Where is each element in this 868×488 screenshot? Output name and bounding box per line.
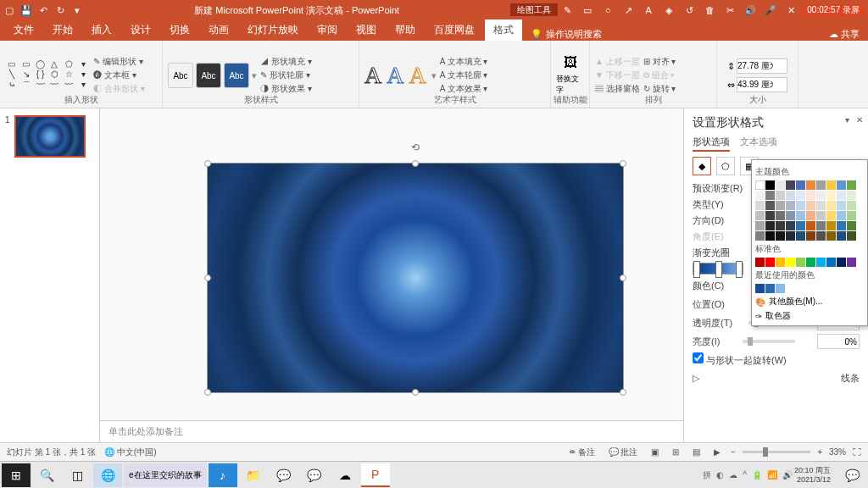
shape-fill-button[interactable]: ◢ 形状填充 ▾ [260,56,312,68]
slide-thumb-1[interactable] [14,115,86,158]
autosave-icon[interactable]: ▢ [3,4,15,16]
tab-review[interactable]: 审阅 [309,19,346,41]
annot-circle-icon[interactable]: ○ [598,2,617,19]
start-button[interactable]: ⊞ [2,463,31,487]
send-backward-button[interactable]: ▼ 下移一层 [595,69,640,81]
fit-to-window-icon[interactable]: ⛶ [853,447,861,457]
slide-canvas[interactable]: ⟲ 单击此处添加备注 [100,108,683,442]
annot-arrow-icon[interactable]: ↗ [619,2,637,19]
rotation-handle-icon[interactable]: ⟲ [411,141,420,153]
resize-handle-sw[interactable] [204,389,211,396]
recording-timer[interactable]: 00:02:57 录屏 [802,4,865,16]
height-input[interactable] [737,58,787,74]
effects-icon[interactable]: ⬠ [716,157,735,175]
wordart-gallery[interactable]: AAA▾ [364,62,437,89]
taskbar-app-browser[interactable]: 🌐 [93,463,122,487]
qat-more-icon[interactable]: ▾ [71,4,83,16]
tab-format[interactable]: 格式 [485,19,522,41]
notes-toggle[interactable]: ≐ 备注 [565,446,598,458]
notification-icon[interactable]: 💬 [837,463,866,487]
tray-icon-1[interactable]: ◐ [716,470,724,480]
annot-pen-icon[interactable]: ✎ [558,2,576,19]
annot-eraser-icon[interactable]: ◈ [659,2,678,19]
shape-options-tab[interactable]: 形状选项 [693,136,730,152]
resize-handle-e[interactable] [620,274,626,281]
shape-effects-button[interactable]: ◑ 形状效果 ▾ [260,83,312,95]
brightness-slider[interactable] [743,340,795,343]
annot-back-icon[interactable]: ↺ [680,2,698,19]
system-tray[interactable]: 拼 ◐ ☁ ^ 🔋 📶 🔊 [703,469,793,481]
rotate-with-shape-checkbox[interactable]: 与形状一起旋转(W) [693,352,787,367]
share-button[interactable]: ☁ 共享 [829,28,868,41]
text-box-button[interactable]: 🅐 文本框 ▾ [93,69,145,81]
tray-up-icon[interactable]: ^ [743,470,747,480]
resize-handle-se[interactable] [620,389,626,396]
selection-pane-button[interactable]: ▤ 选择窗格 [595,83,640,95]
save-icon[interactable]: 💾 [20,4,32,16]
pane-close-icon[interactable]: ▾ ✕ [845,115,863,125]
fill-line-icon[interactable]: ◆ [693,157,711,175]
tab-animations[interactable]: 动画 [200,19,237,41]
text-outline-button[interactable]: A 文本轮廓 ▾ [440,69,488,81]
tray-input-icon[interactable]: 拼 [703,469,711,481]
annot-close-icon[interactable]: ✕ [782,2,800,19]
align-button[interactable]: ⊞ 对齐 ▾ [643,56,676,68]
shape-style-gallery[interactable]: AbcAbcAbc▾ [168,63,257,88]
text-effects-button[interactable]: A 文本效果 ▾ [440,83,488,95]
taskbar-app-powerpoint[interactable]: P [361,463,390,487]
tab-slideshow[interactable]: 幻灯片放映 [239,19,307,41]
redo-icon[interactable]: ↻ [54,4,66,16]
tab-home[interactable]: 开始 [44,19,81,41]
tab-help[interactable]: 帮助 [387,19,424,41]
annot-rect-icon[interactable]: ▭ [578,2,597,19]
resize-handle-nw[interactable] [204,160,211,167]
taskbar-app-ie[interactable]: e 在这里交织的故事 [124,463,207,487]
width-input[interactable] [737,77,787,92]
taskbar-app-wechat[interactable]: 💬 [270,463,298,487]
tray-volume-icon[interactable]: 🔊 [782,470,793,480]
tray-icon-2[interactable]: ☁ [729,470,737,480]
taskbar-app-files[interactable]: 📁 [239,463,268,487]
group-button[interactable]: ⧉ 组合 ▾ [643,69,676,81]
zoom-slider[interactable] [743,451,810,453]
taskbar-app-chat2[interactable]: 💬 [300,463,329,487]
tell-me[interactable]: 💡 操作说明搜索 [531,28,602,41]
undo-icon[interactable]: ↶ [37,4,49,16]
rotate-button[interactable]: ↻ 旋转 ▾ [643,83,676,95]
normal-view-icon[interactable]: ▣ [648,447,662,457]
brightness-input[interactable] [817,334,860,349]
text-fill-button[interactable]: A 文本填充 ▾ [440,56,488,68]
zoom-in-icon[interactable]: + [817,447,822,457]
more-colors-button[interactable]: 🎨 其他颜色(M)... [755,296,864,308]
tray-battery-icon[interactable]: 🔋 [752,470,762,480]
alt-text-icon[interactable]: 🖼 [564,55,577,70]
zoom-level[interactable]: 33% [829,447,846,457]
slideshow-view-icon[interactable]: ▶ [710,447,724,457]
annot-screenshot-icon[interactable]: ✂ [721,2,739,19]
tab-transitions[interactable]: 切换 [161,19,198,41]
line-section-label[interactable]: 线条 [841,372,860,385]
resize-handle-w[interactable] [204,274,211,281]
zoom-out-icon[interactable]: − [731,447,736,457]
tab-baidu[interactable]: 百度网盘 [426,19,483,41]
taskbar-clock[interactable]: 20:10 周五 2021/3/12 [794,466,836,485]
resize-handle-n[interactable] [412,160,419,167]
edit-shape-button[interactable]: ✎ 编辑形状 ▾ [93,56,145,68]
shape-outline-button[interactable]: ✎ 形状轮廓 ▾ [260,69,312,81]
text-options-tab[interactable]: 文本选项 [740,136,777,152]
annot-audio-icon[interactable]: 🔊 [741,2,760,19]
taskbar-app-cloud[interactable]: ☁ [331,463,359,487]
tab-design[interactable]: 设计 [122,19,159,41]
taskbar-app-music[interactable]: ♪ [209,463,237,487]
recent-color-grid[interactable] [755,284,864,293]
annot-mic-icon[interactable]: 🎤 [761,2,780,19]
tray-wifi-icon[interactable]: 📶 [767,470,777,480]
resize-handle-ne[interactable] [620,160,626,167]
comments-toggle[interactable]: 💬 批注 [605,446,642,458]
annot-text-icon[interactable]: A [639,2,658,19]
eyedropper-button[interactable]: ✑ 取色器 [755,310,864,322]
theme-color-grid[interactable] [755,180,864,241]
reading-view-icon[interactable]: ▤ [689,447,704,457]
resize-handle-s[interactable] [412,389,419,396]
search-icon[interactable]: 🔍 [32,463,61,487]
